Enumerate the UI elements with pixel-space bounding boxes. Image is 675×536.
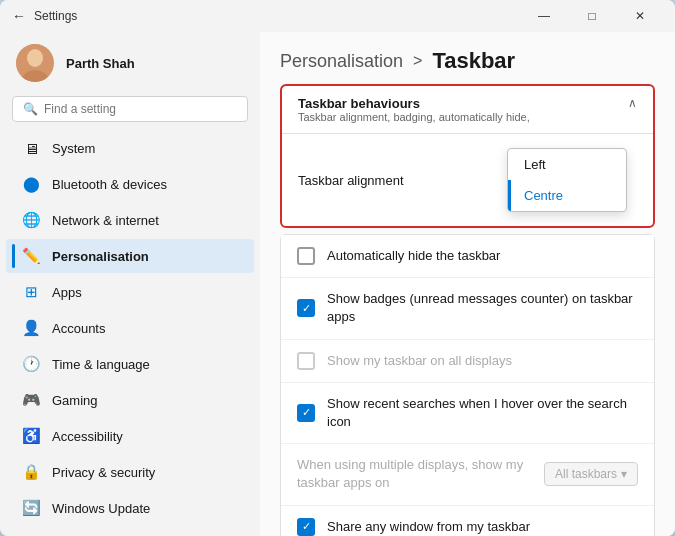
settings-panel: Taskbar behaviours Taskbar alignment, ba… <box>260 84 675 536</box>
taskbar-behaviours-section: Taskbar behaviours Taskbar alignment, ba… <box>280 84 655 228</box>
apps-icon: ⊞ <box>22 283 40 301</box>
alignment-row: Taskbar alignment Left Centre <box>282 134 653 226</box>
sidebar-label-privacy: Privacy & security <box>52 465 155 480</box>
section-header[interactable]: Taskbar behaviours Taskbar alignment, ba… <box>282 86 653 134</box>
all-displays-checkbox[interactable] <box>297 352 315 370</box>
section-title: Taskbar behaviours <box>298 96 530 111</box>
search-box[interactable]: 🔍 <box>12 96 248 122</box>
sidebar-item-personalisation[interactable]: ✏️ Personalisation <box>6 239 254 273</box>
window-controls: — □ ✕ <box>521 0 663 32</box>
breadcrumb: Personalisation <box>280 51 403 72</box>
badges-item: ✓ Show badges (unread messages counter) … <box>281 278 654 339</box>
sidebar-item-update[interactable]: 🔄 Windows Update <box>6 491 254 525</box>
sidebar-label-time: Time & language <box>52 357 150 372</box>
sidebar: Parth Shah 🔍 🖥 System ⬤ Bluetooth & devi… <box>0 32 260 536</box>
sidebar-label-accounts: Accounts <box>52 321 105 336</box>
page-header: Personalisation > Taskbar <box>260 32 675 84</box>
sidebar-label-personalisation: Personalisation <box>52 249 149 264</box>
all-displays-label: Show my taskbar on all displays <box>327 352 638 370</box>
sidebar-label-system: System <box>52 141 95 156</box>
search-input[interactable] <box>44 102 237 116</box>
search-icon: 🔍 <box>23 102 38 116</box>
svg-point-1 <box>27 49 43 67</box>
gaming-icon: 🎮 <box>22 391 40 409</box>
user-profile: Parth Shah <box>0 32 260 92</box>
auto-hide-item: Automatically hide the taskbar <box>281 235 654 278</box>
chevron-up-icon[interactable]: ∧ <box>628 96 637 110</box>
privacy-icon: 🔒 <box>22 463 40 481</box>
sidebar-label-gaming: Gaming <box>52 393 98 408</box>
share-window-item: ✓ Share any window from my taskbar <box>281 506 654 537</box>
sidebar-item-gaming[interactable]: 🎮 Gaming <box>6 383 254 417</box>
multiple-displays-label: When using multiple displays, show my ta… <box>297 456 532 492</box>
sidebar-item-system[interactable]: 🖥 System <box>6 131 254 165</box>
main-content: Personalisation > Taskbar Taskbar behavi… <box>260 32 675 536</box>
sidebar-label-accessibility: Accessibility <box>52 429 123 444</box>
sidebar-label-network: Network & internet <box>52 213 159 228</box>
section-subtitle: Taskbar alignment, badging, automaticall… <box>298 111 530 123</box>
badges-checkbox[interactable]: ✓ <box>297 299 315 317</box>
system-icon: 🖥 <box>22 139 40 157</box>
auto-hide-label: Automatically hide the taskbar <box>327 247 638 265</box>
avatar-image <box>16 44 54 82</box>
recent-searches-item: ✓ Show recent searches when I hover over… <box>281 383 654 444</box>
title-bar-left: ← Settings <box>12 8 77 24</box>
page-title: Taskbar <box>432 48 515 74</box>
section-header-text: Taskbar behaviours Taskbar alignment, ba… <box>298 96 530 123</box>
network-icon: 🌐 <box>22 211 40 229</box>
accessibility-icon: ♿ <box>22 427 40 445</box>
sidebar-item-privacy[interactable]: 🔒 Privacy & security <box>6 455 254 489</box>
back-arrow[interactable]: ← <box>12 8 26 24</box>
taskbar-items-section: Automatically hide the taskbar ✓ Show ba… <box>280 234 655 536</box>
sidebar-item-apps[interactable]: ⊞ Apps <box>6 275 254 309</box>
window-title: Settings <box>34 9 77 23</box>
sidebar-label-apps: Apps <box>52 285 82 300</box>
close-button[interactable]: ✕ <box>617 0 663 32</box>
share-window-label: Share any window from my taskbar <box>327 518 638 536</box>
content-area: Parth Shah 🔍 🖥 System ⬤ Bluetooth & devi… <box>0 32 675 536</box>
username: Parth Shah <box>66 56 135 71</box>
recent-searches-checkbox[interactable]: ✓ <box>297 404 315 422</box>
maximize-button[interactable]: □ <box>569 0 615 32</box>
sidebar-item-network[interactable]: 🌐 Network & internet <box>6 203 254 237</box>
sidebar-label-update: Windows Update <box>52 501 150 516</box>
multiple-displays-select[interactable]: All taskbars ▾ <box>544 462 638 486</box>
avatar <box>16 44 54 82</box>
dropdown-option-centre[interactable]: Centre <box>508 180 626 211</box>
dropdown-option-left[interactable]: Left <box>508 149 626 180</box>
sidebar-item-time[interactable]: 🕐 Time & language <box>6 347 254 381</box>
sidebar-item-accounts[interactable]: 👤 Accounts <box>6 311 254 345</box>
all-taskbars-label: All taskbars <box>555 467 617 481</box>
recent-searches-label: Show recent searches when I hover over t… <box>327 395 638 431</box>
title-bar: ← Settings — □ ✕ <box>0 0 675 32</box>
select-chevron-icon: ▾ <box>621 467 627 481</box>
settings-window: ← Settings — □ ✕ P <box>0 0 675 536</box>
all-displays-item: Show my taskbar on all displays <box>281 340 654 383</box>
sidebar-item-bluetooth[interactable]: ⬤ Bluetooth & devices <box>6 167 254 201</box>
alignment-dropdown[interactable]: Left Centre <box>507 148 627 212</box>
breadcrumb-separator: > <box>413 52 422 70</box>
alignment-label: Taskbar alignment <box>298 173 404 188</box>
badges-label: Show badges (unread messages counter) on… <box>327 290 638 326</box>
sidebar-label-bluetooth: Bluetooth & devices <box>52 177 167 192</box>
share-window-checkbox[interactable]: ✓ <box>297 518 315 536</box>
accounts-icon: 👤 <box>22 319 40 337</box>
time-icon: 🕐 <box>22 355 40 373</box>
minimize-button[interactable]: — <box>521 0 567 32</box>
multiple-displays-item: When using multiple displays, show my ta… <box>281 444 654 505</box>
auto-hide-checkbox[interactable] <box>297 247 315 265</box>
personalisation-icon: ✏️ <box>22 247 40 265</box>
update-icon: 🔄 <box>22 499 40 517</box>
bluetooth-icon: ⬤ <box>22 175 40 193</box>
sidebar-item-accessibility[interactable]: ♿ Accessibility <box>6 419 254 453</box>
